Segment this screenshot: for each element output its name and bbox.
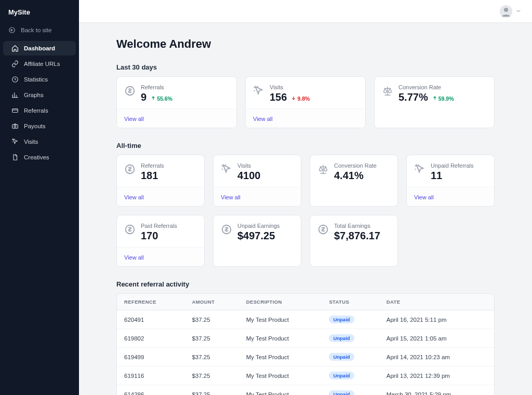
- view-all-link[interactable]: View all: [414, 194, 434, 200]
- sidebar-item-creatives[interactable]: Creatives: [3, 150, 76, 165]
- card-footer: View all: [407, 187, 494, 206]
- dollar-icon: [317, 224, 329, 235]
- sidebar-item-statistics[interactable]: Statistics: [3, 72, 76, 87]
- activity-table-card: ReferenceAmountDescriptionStatusDate 620…: [116, 293, 495, 395]
- stat-label: Referrals: [141, 84, 172, 90]
- cell-date: April 15, 2021 1:05 am: [379, 329, 494, 348]
- section-title-alltime: All-time: [116, 142, 495, 149]
- stat-card-unpaid-referrals: Unpaid Referrals11View all: [406, 155, 495, 207]
- trend-indicator: 59.9%: [432, 96, 454, 102]
- stat-card-total-earnings: Total Earnings$7,876.17: [310, 215, 398, 267]
- card-footer: View all: [214, 187, 301, 206]
- cell-date: March 30, 2021 5:29 pm: [379, 385, 494, 396]
- cell-reference: 619499: [117, 348, 184, 366]
- cursor-icon: [414, 164, 425, 175]
- document-icon: [11, 154, 19, 161]
- stat-value: 4.41%: [334, 170, 364, 182]
- back-to-site-link[interactable]: Back to site: [0, 22, 79, 38]
- stat-card-referrals: Referrals181View all: [116, 155, 205, 207]
- stat-value: 170: [141, 230, 158, 242]
- scale-icon: [317, 164, 329, 175]
- cell-description: My Test Product: [239, 329, 322, 348]
- cell-reference: 619116: [117, 366, 184, 385]
- chevron-down-icon: [515, 7, 522, 16]
- view-all-link[interactable]: View all: [124, 194, 144, 200]
- sidebar-item-referrals[interactable]: Referrals: [3, 103, 76, 118]
- section-title-last30: Last 30 days: [116, 63, 495, 71]
- stat-label: Unpaid Earnings: [237, 223, 280, 229]
- cell-date: April 14, 2021 10:23 am: [379, 348, 494, 366]
- card-footer: View all: [117, 108, 236, 128]
- table-row[interactable]: 619802$37.25My Test ProductUnpaidApril 1…: [117, 329, 494, 348]
- card-footer: View all: [117, 247, 204, 266]
- dollar-icon: [124, 224, 136, 235]
- user-menu[interactable]: [500, 5, 522, 18]
- arrow-down-icon: [291, 96, 296, 102]
- last30-grid: Referrals955.6%View allVisits1569.8%View…: [116, 76, 495, 128]
- column-header-amount: Amount: [184, 294, 238, 310]
- view-all-link[interactable]: View all: [124, 116, 144, 122]
- trend-value: 59.9%: [438, 96, 454, 102]
- stat-label: Total Earnings: [334, 223, 380, 229]
- cell-amount: $37.25: [184, 366, 238, 385]
- link-icon: [11, 60, 19, 67]
- column-header-date: Date: [379, 294, 494, 310]
- stat-label: Unpaid Referrals: [431, 162, 474, 169]
- sidebar-item-graphs[interactable]: Graphs: [3, 88, 76, 102]
- stat-label: Conversion Rate: [398, 84, 454, 90]
- stat-value: 181: [141, 170, 158, 182]
- table-row[interactable]: 619116$37.25My Test ProductUnpaidApril 1…: [117, 366, 494, 385]
- sidebar-item-label: Creatives: [24, 154, 49, 160]
- stat-value: 5.77%: [398, 91, 428, 103]
- sidebar-item-label: Affiliate URLs: [24, 61, 60, 67]
- view-all-link[interactable]: View all: [253, 116, 273, 122]
- stat-label: Conversion Rate: [334, 162, 377, 169]
- cursor-icon: [253, 85, 264, 97]
- cell-reference: 614286: [117, 385, 184, 396]
- stat-card-visits: Visits4100View all: [213, 155, 301, 207]
- back-to-site-label: Back to site: [21, 27, 51, 33]
- arrow-left-circle-icon: [8, 26, 16, 34]
- camera-icon: [11, 122, 19, 130]
- table-row[interactable]: 619499$37.25My Test ProductUnpaidApril 1…: [117, 348, 494, 366]
- sidebar-item-visits[interactable]: Visits: [3, 134, 76, 149]
- clock-icon: [11, 76, 19, 83]
- topbar: [79, 0, 532, 23]
- sidebar-item-label: Referrals: [24, 107, 48, 114]
- sidebar-item-affiliate-urls[interactable]: Affiliate URLs: [3, 57, 76, 71]
- sidebar-item-payouts[interactable]: Payouts: [3, 119, 76, 133]
- cell-description: My Test Product: [239, 310, 322, 329]
- chart-icon: [11, 91, 19, 99]
- view-all-link[interactable]: View all: [124, 254, 144, 261]
- cell-amount: $37.25: [184, 329, 238, 348]
- cell-amount: $37.25: [184, 385, 238, 396]
- sidebar-item-label: Graphs: [24, 92, 44, 98]
- arrow-up-icon: [151, 96, 156, 102]
- sidebar: MySite Back to site DashboardAffiliate U…: [0, 0, 79, 395]
- cell-date: April 13, 2021 12:39 pm: [379, 366, 494, 385]
- stat-card-conversion-rate: Conversion Rate5.77%59.9%: [374, 76, 495, 128]
- cell-reference: 619802: [117, 329, 184, 348]
- status-badge: Unpaid: [329, 372, 354, 379]
- sidebar-item-label: Visits: [24, 139, 38, 145]
- card-footer: View all: [117, 187, 204, 206]
- stat-value: $7,876.17: [334, 230, 380, 242]
- sidebar-item-dashboard[interactable]: Dashboard: [3, 41, 76, 56]
- dollar-icon: [221, 224, 232, 235]
- sidebar-item-label: Payouts: [24, 123, 46, 129]
- table-row[interactable]: 614286$37.25My Test ProductUnpaidMarch 3…: [117, 385, 494, 396]
- cell-description: My Test Product: [239, 385, 322, 396]
- alltime-grid-row2: Paid Referrals170View allUnpaid Earnings…: [116, 215, 495, 267]
- status-badge: Unpaid: [329, 316, 354, 323]
- cursor-icon: [11, 138, 19, 145]
- content-area: Welcome Andrew Last 30 days Referrals955…: [79, 23, 532, 395]
- cell-status: Unpaid: [322, 310, 379, 329]
- stat-value: 11: [431, 170, 442, 182]
- table-row[interactable]: 620491$37.25My Test ProductUnpaidApril 1…: [117, 310, 494, 329]
- stat-label: Visits: [237, 162, 261, 169]
- stat-value: 156: [270, 91, 287, 103]
- stat-value: 4100: [237, 170, 261, 182]
- view-all-link[interactable]: View all: [221, 194, 241, 200]
- scale-icon: [382, 85, 393, 97]
- stat-card-referrals: Referrals955.6%View all: [116, 76, 237, 128]
